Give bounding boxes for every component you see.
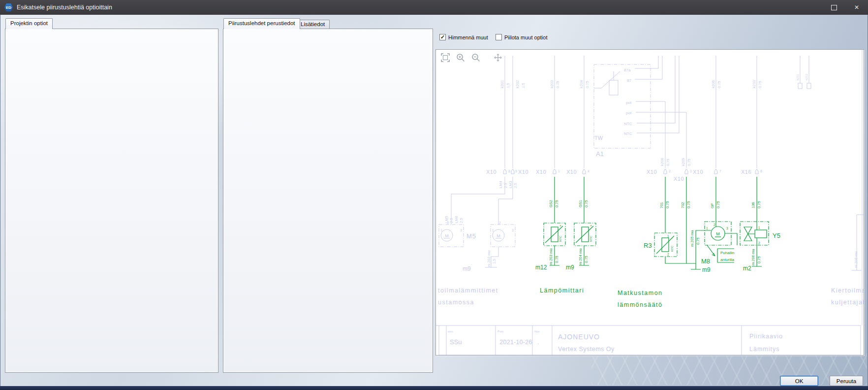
svg-text:M8: M8 [701, 258, 710, 265]
svg-text:0.75: 0.75 [757, 201, 761, 208]
svg-text:0.75: 0.75 [717, 81, 721, 88]
svg-text:2: 2 [758, 241, 760, 245]
tab-projektin-optiot[interactable]: Projektin optiot [5, 18, 53, 29]
svg-text:1.5: 1.5 [506, 83, 510, 88]
svg-text:k209: k209 [681, 158, 685, 166]
schematic-drawing: k2011.5k2021.5k2030.75k2040.75k2060.75k2… [436, 50, 864, 355]
middle-panel [223, 29, 433, 373]
svg-text:0.75: 0.75 [665, 201, 670, 208]
svg-text:m 205 mu: m 205 mu [690, 230, 694, 247]
svg-text:Puhallin: Puhallin [720, 251, 734, 255]
svg-text:R3: R3 [644, 242, 652, 249]
svg-text:A1: A1 [596, 150, 604, 158]
svg-text:m 206 mu: m 206 mu [751, 249, 755, 265]
svg-text:M: M [716, 231, 720, 236]
svg-text:X10: X10 [536, 169, 546, 175]
svg-text:AJONEUVO: AJONEUVO [558, 333, 600, 341]
svg-text:m 203 mu: m 203 mu [549, 249, 553, 265]
svg-text:SSu: SSu [450, 338, 462, 346]
title-bar: ED Esikatsele piirustuslehtiä optioittai… [0, 0, 868, 15]
dim-others-checkbox[interactable]: ✓ Himmennä muut [439, 34, 488, 40]
svg-text:X10: X10 [566, 169, 577, 175]
svg-text:lämmönsäätö: lämmönsäätö [618, 301, 663, 308]
svg-text:2: 2 [669, 169, 671, 173]
checkbox-checked-icon: ✓ [439, 34, 446, 40]
zoom-out-icon[interactable] [470, 52, 481, 63]
svg-text:NTC: NTC [624, 131, 632, 136]
hide-other-options-label: Piilota muut optiot [504, 34, 547, 40]
svg-text:Lämmitys: Lämmitys [749, 346, 779, 353]
svg-text:LM3: LM3 [508, 181, 513, 188]
svg-text:k208: k208 [660, 158, 664, 166]
svg-text:2: 2 [667, 253, 669, 256]
svg-text:+: + [559, 224, 561, 228]
svg-text:NTC: NTC [624, 122, 632, 126]
ok-button[interactable]: OK [780, 376, 818, 386]
svg-text:3: 3 [512, 228, 514, 232]
svg-text:1.5: 1.5 [492, 259, 496, 264]
svg-text:3: 3 [460, 228, 462, 232]
svg-text:1: 1 [706, 227, 708, 230]
close-icon: ✕ [854, 4, 859, 11]
svg-text:702: 702 [681, 202, 685, 208]
svg-text:0.75: 0.75 [556, 81, 560, 88]
svg-text:X10: X10 [674, 176, 684, 182]
svg-text:GS1: GS1 [578, 200, 583, 207]
svg-text:0.75: 0.75 [584, 200, 589, 207]
fit-view-icon[interactable] [440, 52, 451, 63]
svg-text:Vertex Systems Oy: Vertex Systems Oy [558, 346, 615, 353]
svg-text:9: 9 [515, 169, 517, 173]
svg-text:M: M [445, 233, 449, 238]
svg-text:ustamossa: ustamossa [438, 299, 474, 306]
svg-text:2.5: 2.5 [459, 218, 464, 223]
svg-text:1: 1 [558, 169, 560, 173]
svg-text:NTC: NTC [589, 235, 592, 242]
svg-text:0.75: 0.75 [686, 201, 691, 208]
svg-text:0.75: 0.75 [555, 200, 559, 207]
svg-text:k210: k210 [752, 80, 756, 88]
svg-text:pot: pot [626, 111, 632, 115]
svg-text:k212: k212 [805, 73, 808, 80]
svg-text:1.5: 1.5 [521, 83, 526, 88]
svg-text:k202: k202 [515, 80, 520, 88]
svg-text:2021-10-26: 2021-10-26 [499, 338, 532, 346]
svg-text:4: 4 [588, 169, 589, 173]
window-title: Esikatsele piirustuslehtiä optioittain [17, 4, 112, 11]
cancel-button[interactable]: Peruuta [830, 376, 863, 386]
svg-text:m9: m9 [463, 265, 471, 272]
svg-text:0.75: 0.75 [687, 159, 691, 166]
svg-text:k204: k204 [579, 80, 584, 88]
svg-text:X10: X10 [518, 169, 528, 175]
svg-text:TW: TW [594, 135, 603, 141]
tab-lisatiedot[interactable]: Lisätiedot [296, 20, 330, 29]
maximize-button[interactable] [823, 0, 845, 15]
svg-text:m2: m2 [743, 265, 751, 272]
svg-text:k206: k206 [711, 80, 715, 88]
pan-icon[interactable] [493, 52, 503, 63]
svg-text:3: 3 [690, 169, 692, 173]
close-button[interactable]: ✕ [845, 0, 868, 15]
svg-text:Lämpömittari: Lämpömittari [540, 287, 584, 294]
svg-text:1: 1 [492, 228, 494, 232]
svg-text:GP: GP [710, 203, 714, 208]
svg-text:87: 87 [627, 78, 631, 83]
svg-text:Piirikaavio: Piirikaavio [749, 333, 783, 340]
svg-text:2: 2 [713, 223, 715, 227]
svg-text:1: 1 [667, 234, 669, 238]
tab-piirustuslehdet-perustiedot[interactable]: Piirustuslehdet perustiedot [223, 18, 300, 29]
svg-text:LM6: LM6 [454, 216, 459, 223]
svg-text:Matkustamon: Matkustamon [618, 290, 663, 296]
svg-text:2: 2 [447, 221, 449, 225]
hide-other-options-checkbox[interactable]: Piilota muut optiot [496, 34, 547, 40]
checkbox-unchecked-icon [496, 34, 502, 40]
svg-text:2: 2 [499, 221, 501, 225]
svg-text:NTC: NTC [559, 235, 562, 242]
svg-text:0.75: 0.75 [716, 201, 720, 208]
svg-text:0.75: 0.75 [555, 256, 559, 263]
svg-text:Pvm: Pvm [497, 330, 503, 333]
svg-text:7: 7 [719, 169, 721, 173]
drawing-preview-canvas[interactable]: k2011.5k2021.5k2030.75k2040.75k2060.75k2… [435, 49, 864, 356]
svg-text:X10: X10 [693, 169, 703, 175]
zoom-in-icon[interactable] [455, 52, 466, 63]
svg-text:toilmalämmittimet: toilmalämmittimet [438, 287, 498, 294]
